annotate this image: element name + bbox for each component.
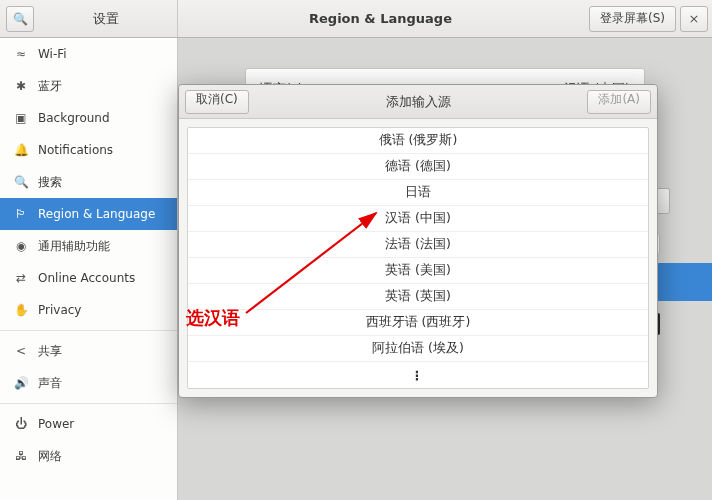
sidebar-item-label: 通用辅助功能 (38, 238, 110, 255)
sidebar-icon: ≈ (14, 47, 28, 61)
close-icon: × (689, 11, 700, 26)
sidebar-item-online-accounts[interactable]: ⇄Online Accounts (0, 262, 177, 294)
sidebar-item-label: Notifications (38, 143, 113, 157)
sidebar-icon: ⏻ (14, 417, 28, 431)
sidebar-item--[interactable]: 🔊声音 (0, 367, 177, 399)
sidebar-icon: ▣ (14, 111, 28, 125)
sidebar-item--[interactable]: 🔍搜索 (0, 166, 177, 198)
sidebar: ≈Wi-Fi✱蓝牙▣Background🔔Notifications🔍搜索🏳Re… (0, 38, 178, 500)
sidebar-item--[interactable]: 🖧网络 (0, 440, 177, 472)
sidebar-item-label: Power (38, 417, 74, 431)
sidebar-item-label: 蓝牙 (38, 78, 62, 95)
sidebar-icon: ✱ (14, 79, 28, 93)
input-source-item[interactable]: 英语 (美国) (188, 258, 648, 284)
sidebar-separator (0, 403, 177, 404)
sidebar-item--[interactable]: <共享 (0, 335, 177, 367)
input-source-item[interactable]: 日语 (188, 180, 648, 206)
header-left: 🔍 设置 (0, 0, 178, 37)
sidebar-item-label: 网络 (38, 448, 62, 465)
close-button[interactable]: × (680, 6, 708, 32)
input-source-item[interactable]: 英语 (英国) (188, 284, 648, 310)
sidebar-separator (0, 330, 177, 331)
app-header: 🔍 设置 Region & Language 登录屏幕(S) × (0, 0, 712, 38)
back-title: 设置 (34, 10, 177, 28)
sidebar-item-label: 声音 (38, 375, 62, 392)
sidebar-item-wi-fi[interactable]: ≈Wi-Fi (0, 38, 177, 70)
dialog-title: 添加输入源 (249, 93, 588, 111)
sidebar-item--[interactable]: ✱蓝牙 (0, 70, 177, 102)
annotation-text: 选汉语 (186, 306, 240, 330)
search-button[interactable]: 🔍 (6, 6, 34, 32)
sidebar-icon: 🔔 (14, 143, 28, 157)
sidebar-item-privacy[interactable]: ✋Privacy (0, 294, 177, 326)
sidebar-item-power[interactable]: ⏻Power (0, 408, 177, 440)
sidebar-icon: < (14, 344, 28, 358)
sidebar-icon: 🖧 (14, 449, 28, 463)
sidebar-item-notifications[interactable]: 🔔Notifications (0, 134, 177, 166)
search-icon: 🔍 (13, 12, 28, 26)
more-sources-icon[interactable]: ⋮ (188, 362, 648, 388)
input-source-item[interactable]: 德语 (德国) (188, 154, 648, 180)
dialog-header: 取消(C) 添加输入源 添加(A) (179, 85, 657, 119)
sidebar-icon: ◉ (14, 239, 28, 253)
sidebar-icon: 🏳 (14, 207, 28, 221)
input-source-item[interactable]: 俄语 (俄罗斯) (188, 128, 648, 154)
page-title: Region & Language (178, 0, 583, 37)
sidebar-item-background[interactable]: ▣Background (0, 102, 177, 134)
input-source-item[interactable]: 西班牙语 (西班牙) (188, 310, 648, 336)
input-source-list: 俄语 (俄罗斯)德语 (德国)日语汉语 (中国)法语 (法国)英语 (美国)英语… (187, 127, 649, 389)
cancel-button[interactable]: 取消(C) (185, 90, 249, 114)
sidebar-item--[interactable]: ◉通用辅助功能 (0, 230, 177, 262)
sidebar-item-label: 搜索 (38, 174, 62, 191)
sidebar-icon: 🔍 (14, 175, 28, 189)
sidebar-item-label: Background (38, 111, 110, 125)
sidebar-item-region-language[interactable]: 🏳Region & Language (0, 198, 177, 230)
sidebar-icon: ⇄ (14, 271, 28, 285)
sidebar-icon: 🔊 (14, 376, 28, 390)
add-input-source-dialog: 取消(C) 添加输入源 添加(A) 俄语 (俄罗斯)德语 (德国)日语汉语 (中… (178, 84, 658, 398)
sidebar-item-label: 共享 (38, 343, 62, 360)
input-source-item[interactable]: 法语 (法国) (188, 232, 648, 258)
sidebar-icon: ✋ (14, 303, 28, 317)
login-screen-button[interactable]: 登录屏幕(S) (589, 6, 676, 32)
sidebar-item-label: Region & Language (38, 207, 155, 221)
sidebar-item-label: Online Accounts (38, 271, 135, 285)
sidebar-item-label: Wi-Fi (38, 47, 67, 61)
input-source-item[interactable]: 汉语 (中国) (188, 206, 648, 232)
sidebar-item-label: Privacy (38, 303, 81, 317)
add-button[interactable]: 添加(A) (587, 90, 651, 114)
input-source-item[interactable]: 阿拉伯语 (埃及) (188, 336, 648, 362)
header-right: 登录屏幕(S) × (583, 0, 712, 37)
